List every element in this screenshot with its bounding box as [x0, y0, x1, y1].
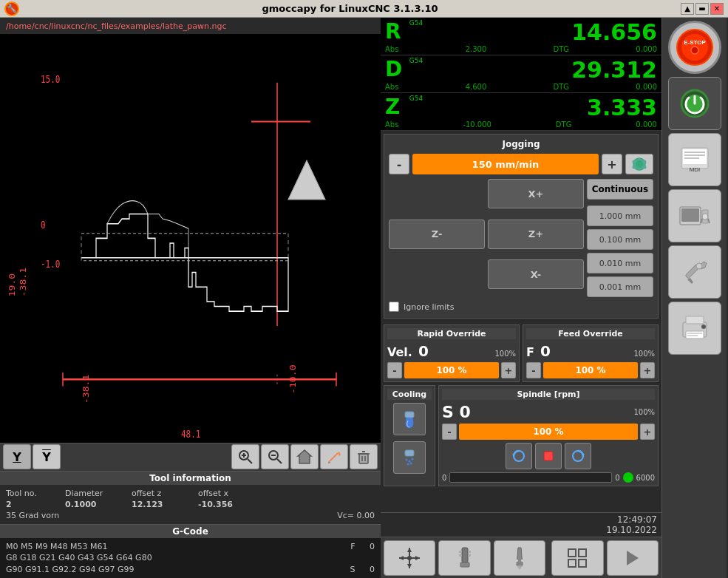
spindle-cw-button[interactable] — [565, 443, 591, 469]
svg-rect-28 — [359, 454, 368, 463]
feed-pct-label: 100% — [633, 350, 655, 358]
dro-r-label: R — [385, 19, 407, 44]
jog-buttons: X+ Z- Z+ X- — [389, 179, 584, 297]
dro-z-sublabel: G54 — [407, 95, 423, 102]
dro-z-label: Z — [385, 95, 407, 119]
increment-01mm-button[interactable]: 0.100 mm — [587, 229, 653, 250]
gcode-s-label: S — [350, 565, 356, 574]
bottom-toolbar: Y Y — [0, 443, 381, 471]
jog-speed-plus-button[interactable]: + — [602, 154, 622, 174]
spindle-rpm-value: S 0 — [442, 403, 471, 421]
dro-d-abs-label: Abs — [385, 83, 398, 91]
feed-minus-button[interactable]: - — [526, 362, 541, 378]
svg-marker-55 — [407, 548, 412, 552]
svg-point-77 — [691, 47, 698, 54]
cooling-flood-button[interactable] — [393, 403, 426, 435]
spindle-section: Spindle [rpm] S 0 100% - 100 % + — [438, 385, 659, 486]
svg-point-42 — [406, 459, 408, 461]
svg-rect-49 — [544, 452, 553, 460]
svg-rect-64 — [468, 554, 471, 557]
rapid-minus-button[interactable]: - — [387, 362, 402, 378]
nav-drill-btn[interactable] — [494, 540, 545, 576]
coord-abs-button[interactable]: Y — [3, 444, 31, 469]
zoom-in-button[interactable] — [231, 444, 259, 469]
nav-axis-btn[interactable] — [384, 540, 435, 576]
tool-info-title: Tool information — [0, 472, 381, 485]
svg-point-39 — [638, 158, 641, 160]
mdi-button[interactable]: MDI — [668, 133, 721, 186]
clear-button[interactable] — [350, 444, 378, 469]
svg-marker-58 — [415, 556, 420, 560]
bottom-nav — [381, 537, 661, 578]
dro-d-dtg-label: DTG — [554, 83, 570, 91]
rapid-override-bar-row: - 100 % + — [387, 362, 516, 378]
feed-override-panel: Feed Override F 0 100% - 100 % + — [523, 324, 659, 382]
spindle-minus-button[interactable]: - — [442, 424, 457, 440]
svg-marker-65 — [517, 548, 523, 565]
svg-point-34 — [636, 160, 643, 168]
spindle-progress-start: 0 — [442, 474, 446, 482]
spindle-stop-button[interactable] — [535, 443, 562, 469]
cooling-mist-button[interactable] — [393, 441, 426, 474]
coord-rel-button[interactable]: Y — [33, 444, 61, 469]
spindle-ccw-button[interactable] — [506, 443, 532, 469]
maximize-button[interactable]: ▬ — [695, 3, 709, 15]
increment-1mm-button[interactable]: 1.000 mm — [587, 205, 653, 226]
home-view-button[interactable] — [290, 444, 319, 469]
titlebar-controls[interactable]: ▲ ▬ ✕ — [681, 3, 724, 15]
power-button[interactable] — [668, 77, 721, 130]
increment-001mm-button[interactable]: 0.010 mm — [587, 253, 653, 273]
svg-rect-87 — [681, 208, 699, 222]
dro-d-row: D G54 29.312 Abs 4.600 DTG 0.000 — [381, 55, 661, 93]
close-button[interactable]: ✕ — [710, 3, 724, 15]
gcode-line3: G90 G91.1 G92.2 G94 G97 G99 — [6, 565, 135, 574]
svg-rect-63 — [459, 554, 462, 557]
dro-z-dtg-value: 0.000 — [636, 120, 657, 129]
dro-d-value: 29.312 — [571, 57, 657, 83]
continuous-button[interactable]: Continuous — [587, 179, 653, 200]
rapid-plus-button[interactable]: + — [501, 362, 516, 378]
machine-button[interactable] — [668, 189, 721, 242]
spindle-plus-button[interactable]: + — [640, 424, 655, 440]
ignore-limits-checkbox[interactable] — [389, 302, 399, 312]
jog-zminus-button[interactable]: Z- — [389, 220, 485, 249]
nav-fullscreen-btn[interactable] — [551, 540, 603, 576]
diameter-label: Diameter — [65, 489, 117, 498]
dro-r-row: R G54 14.656 Abs 2.300 DTG 0.000 — [381, 18, 661, 55]
ignore-limits-label: Ignore limits — [404, 302, 454, 312]
jog-zplus-button[interactable]: Z+ — [488, 220, 584, 249]
spindle-progress-mid: 0 — [615, 474, 619, 482]
grad-label: 35 Grad vorn — [6, 511, 322, 520]
titlebar-title: gmoccapy for LinuxCNC 3.1.3.10 — [19, 3, 681, 14]
svg-rect-96 — [686, 331, 704, 339]
spindle-progress-track — [449, 472, 612, 483]
jog-xminus-button[interactable]: X- — [488, 259, 584, 289]
settings-button[interactable] — [668, 245, 721, 299]
estop-button[interactable]: E-STOP — [668, 21, 721, 74]
tool-no-value: 2 — [6, 500, 50, 509]
svg-rect-71 — [568, 560, 576, 567]
nav-forward-btn[interactable] — [607, 540, 659, 576]
cad-view: 15.0 0 -1.0 19.0 -38.1 48.1 -10.0 -38.1 — [0, 34, 381, 443]
feed-plus-button[interactable]: + — [640, 362, 655, 378]
increment-0001mm-button[interactable]: 0.001 mm — [587, 276, 653, 297]
dro-r-dtg-value: 0.000 — [636, 45, 657, 53]
zoom-out-button[interactable] — [261, 444, 289, 469]
nav-tools-btn[interactable] — [438, 540, 490, 576]
svg-rect-72 — [579, 560, 586, 567]
jog-grid: X+ Z- Z+ X- Continuous 1.000 mm 0.100 mm… — [389, 179, 653, 297]
jog-turtle-button[interactable] — [625, 154, 653, 174]
jog-speed-minus-button[interactable]: - — [389, 154, 409, 174]
svg-marker-66 — [517, 565, 523, 570]
minimize-button[interactable]: ▲ — [681, 3, 694, 15]
spindle-title: Spindle [rpm] — [442, 389, 655, 400]
config-button[interactable] — [668, 302, 721, 355]
vc-label: Vc= 0.00 — [337, 511, 375, 520]
svg-rect-40 — [405, 412, 414, 418]
spindle-status-dot — [623, 472, 633, 483]
svg-text:MDI: MDI — [689, 166, 700, 173]
edit-button[interactable] — [320, 444, 348, 469]
svg-rect-62 — [468, 551, 471, 553]
left-panel: /home/cnc/linuxcnc/nc_files/examples/lat… — [0, 18, 381, 578]
jog-xplus-button[interactable]: X+ — [488, 179, 584, 208]
